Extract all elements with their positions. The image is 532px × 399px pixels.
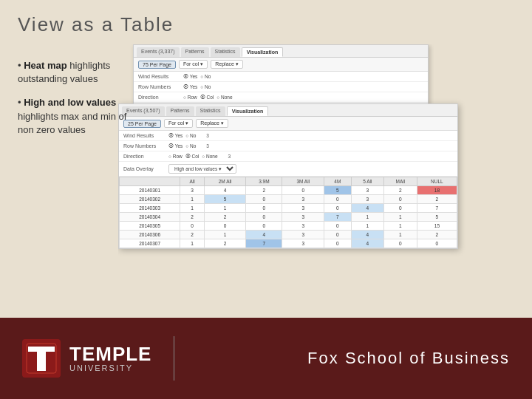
table-row: 20140302 1 5 0 3 0 3 0 2	[120, 195, 457, 204]
bullet-strong-1: Heat map	[24, 60, 67, 71]
direction-row-top: Direction ○ Row ⦿ Col ○ None	[134, 92, 428, 103]
direction-row-bottom: Direction ○ Row ⦿ Col ○ None 3	[119, 151, 457, 162]
wind-results-row-top: Wind Results ⦿ Yes ○ No	[134, 72, 428, 82]
perpage-btn-top[interactable]: 75 Per Page	[138, 61, 176, 69]
data-overlay-row-bottom: Data Overlay High and low values ▾	[119, 162, 457, 177]
replace-btn-bottom[interactable]: Replace ▾	[196, 119, 228, 128]
screenshots-area: Events (3,337) Patterns Statistics Visua…	[118, 44, 525, 310]
university-name: TEMPLE	[69, 344, 151, 364]
tab-statistics-bottom[interactable]: Statistics	[196, 106, 225, 116]
tab-visualization-bottom[interactable]: Visualization	[227, 106, 269, 116]
bullet-list: • Heat map highlights outstanding values…	[18, 59, 136, 147]
replace-btn-top[interactable]: Replace ▾	[211, 60, 243, 69]
tab-patterns-top[interactable]: Patterns	[181, 47, 209, 57]
temple-text-block: TEMPLE UNIVERSITY	[69, 344, 151, 372]
footer-tagline: Fox School of Business	[197, 349, 510, 368]
table-row: 20140306 2 1 4 3 0 4 1 2	[120, 231, 457, 239]
screenshot-bottom: Events (3,507) Patterns Statistics Visua…	[118, 103, 458, 249]
bullet-item-highlow: • High and low values highlights max and…	[18, 96, 136, 137]
wind-results-row-bottom: Wind Results ⦿ Yes ○ No 3	[119, 131, 457, 141]
main-content: View as a Table • Heat map highlights ou…	[0, 0, 532, 318]
svg-rect-2	[28, 347, 55, 352]
row-numbers-row-bottom: Row Numbers ⦿ Yes ○ No 3	[119, 141, 457, 151]
university-sub: UNIVERSITY	[69, 364, 151, 372]
table-row: 20140307 1 2 7 3 0 4 0 0	[120, 239, 457, 248]
tab-patterns-bottom[interactable]: Patterns	[166, 106, 194, 116]
top-toolbar: 75 Per Page For col ▾ Replace ▾	[134, 58, 428, 72]
tab-events-top[interactable]: Events (3,337)	[137, 47, 180, 57]
table-row: 20140305 0 0 0 3 0 1 1 15	[120, 222, 457, 231]
row-numbers-row-top: Row Numbers ⦿ Yes ○ No	[134, 82, 428, 92]
footer-divider	[174, 336, 174, 381]
top-tabs: Events (3,337) Patterns Statistics Visua…	[134, 45, 428, 58]
temple-logo: TEMPLE UNIVERSITY	[22, 339, 151, 378]
table-row: 20140304 2 2 0 3 7 1 1 5	[120, 213, 457, 222]
bottom-tabs: Events (3,507) Patterns Statistics Visua…	[119, 104, 457, 117]
forcol-btn-top[interactable]: For col ▾	[179, 60, 208, 69]
page-title: View as a Table	[18, 13, 514, 36]
temple-logo-icon	[22, 339, 61, 378]
bottom-table: All 2M All 3.9M 3M All 4M 5 All MAll NUL…	[119, 177, 457, 248]
table-row: 20140303 1 1 0 3 0 4 0 7	[120, 204, 457, 213]
svg-rect-3	[37, 352, 46, 371]
tab-visualization-top[interactable]: Visualization	[242, 47, 284, 57]
bullet-item-heatmap: • Heat map highlights outstanding values	[18, 59, 136, 86]
footer: TEMPLE UNIVERSITY Fox School of Business	[0, 318, 532, 399]
forcol-btn-bottom[interactable]: For col ▾	[164, 119, 193, 128]
bullet-strong-2: High and low values	[24, 97, 116, 108]
bottom-toolbar: 25 Per Page For col ▾ Replace ▾	[119, 117, 457, 131]
tab-statistics-top[interactable]: Statistics	[211, 47, 240, 57]
table-row: 20140301 3 4 2 0 5 3 2 18	[120, 186, 457, 195]
data-overlay-select-bottom[interactable]: High and low values ▾	[168, 164, 236, 174]
